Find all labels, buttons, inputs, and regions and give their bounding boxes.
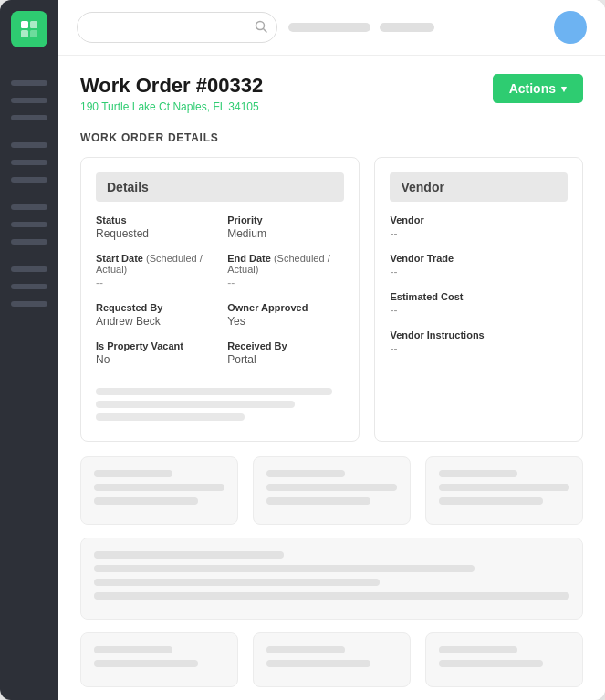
field-label-priority: Priority: [227, 214, 344, 225]
page-content: Work Order #00332 190 Turtle Lake Ct Nap…: [58, 56, 605, 700]
details-fields-grid: Status Requested Priority Medium Start D…: [96, 214, 344, 379]
field-label-owner-approved: Owner Approved: [227, 302, 344, 313]
field-vendor: Vendor --: [390, 214, 568, 240]
search-icon: [255, 20, 267, 36]
details-card: Details Status Requested Priority Medium: [80, 157, 360, 442]
field-label-vendor-instructions: Vendor Instructions: [390, 329, 568, 340]
cards-row: Details Status Requested Priority Medium: [80, 157, 583, 442]
sidebar-item[interactable]: [11, 222, 47, 227]
section-title: WORK ORDER DETAILS: [80, 131, 583, 144]
skel-line: [266, 646, 345, 653]
skel-line: [94, 646, 172, 653]
field-label-received-by: Received By: [227, 340, 344, 351]
field-value-priority: Medium: [227, 227, 344, 240]
page-subtitle: 190 Turtle Lake Ct Naples, FL 34105: [80, 100, 263, 113]
field-label-end-date: End Date (Scheduled / Actual): [227, 253, 344, 275]
bottom-card-6: [425, 632, 583, 687]
field-label-requested-by: Requested By: [96, 302, 213, 313]
bottom-card-1: [80, 456, 238, 525]
sidebar-item[interactable]: [11, 284, 47, 289]
field-value-owner-approved: Yes: [227, 315, 344, 328]
field-vendor-trade: Vendor Trade --: [390, 253, 568, 278]
topbar-pill-2: [380, 23, 434, 32]
sidebar-item[interactable]: [11, 204, 47, 210]
sidebar-item[interactable]: [11, 160, 47, 165]
field-value-vendor: --: [390, 227, 568, 240]
bottom-card-5: [253, 632, 411, 687]
skel-line: [439, 497, 543, 505]
skel-line: [439, 470, 517, 477]
field-label-start-date: Start Date (Scheduled / Actual): [96, 253, 213, 275]
skel-line: [439, 646, 517, 653]
field-value-vendor-instructions: --: [390, 342, 568, 355]
main-content: Work Order #00332 190 Turtle Lake Ct Nap…: [58, 0, 605, 700]
skel-line: [96, 401, 295, 408]
sidebar: [0, 0, 58, 700]
sidebar-nav-group-4: [0, 263, 58, 310]
svg-line-5: [264, 28, 267, 32]
skel-line: [94, 551, 284, 559]
svg-rect-2: [21, 30, 28, 37]
actions-label: Actions: [509, 81, 556, 96]
field-vendor-instructions: Vendor Instructions --: [390, 329, 568, 355]
sidebar-item[interactable]: [11, 98, 47, 103]
vendor-card: Vendor Vendor -- Vendor Trade -- Estimat…: [374, 157, 583, 442]
field-requested-by: Requested By Andrew Beck: [96, 302, 213, 328]
sidebar-item[interactable]: [11, 115, 47, 120]
sidebar-item[interactable]: [11, 177, 47, 183]
field-label-vendor-trade: Vendor Trade: [390, 253, 568, 264]
field-received-by: Received By Portal: [227, 340, 344, 366]
field-status: Status Requested: [96, 214, 213, 240]
skel-line: [96, 413, 245, 421]
sidebar-item[interactable]: [11, 301, 47, 307]
app-logo[interactable]: [11, 11, 47, 47]
skel-line: [96, 388, 332, 395]
page-header: Work Order #00332 190 Turtle Lake Ct Nap…: [80, 74, 583, 113]
field-label-is-property-vacant: Is Property Vacant: [96, 340, 213, 351]
svg-rect-1: [30, 21, 37, 28]
skel-line: [439, 484, 569, 491]
sidebar-item[interactable]: [11, 142, 47, 148]
field-label-vendor: Vendor: [390, 214, 568, 225]
field-value-status: Requested: [96, 227, 213, 240]
search-box[interactable]: [77, 12, 277, 43]
skel-line: [266, 660, 370, 667]
field-value-received-by: Portal: [227, 353, 344, 366]
bottom-card-wide: [80, 538, 583, 620]
bottom-section-1: [80, 456, 583, 525]
field-priority: Priority Medium: [227, 214, 344, 240]
page-title: Work Order #00332: [80, 74, 263, 98]
avatar[interactable]: [554, 11, 587, 44]
details-skeleton: [96, 388, 344, 421]
field-is-property-vacant: Is Property Vacant No: [96, 340, 213, 366]
top-bar-spacer: [288, 23, 543, 32]
vendor-card-header: Vendor: [390, 172, 568, 202]
field-owner-approved: Owner Approved Yes: [227, 302, 344, 328]
skel-line: [94, 497, 198, 505]
sidebar-nav-group-2: [0, 139, 58, 186]
field-value-start-date: --: [96, 277, 213, 289]
bottom-section-2: [80, 632, 583, 687]
field-start-date: Start Date (Scheduled / Actual) --: [96, 253, 213, 289]
chevron-down-icon: ▾: [561, 83, 567, 95]
top-bar: [58, 0, 605, 56]
svg-rect-3: [30, 30, 37, 37]
field-end-date: End Date (Scheduled / Actual) --: [227, 253, 344, 289]
sidebar-item[interactable]: [11, 266, 47, 272]
skel-line: [266, 470, 345, 477]
field-value-vendor-trade: --: [390, 266, 568, 278]
actions-button[interactable]: Actions ▾: [493, 74, 583, 103]
skel-line: [94, 484, 224, 491]
title-block: Work Order #00332 190 Turtle Lake Ct Nap…: [80, 74, 263, 113]
skel-line: [266, 497, 370, 505]
bottom-card-4: [80, 632, 238, 687]
field-label-status: Status: [96, 214, 213, 225]
sidebar-item[interactable]: [11, 80, 47, 86]
details-card-header: Details: [96, 172, 344, 202]
search-input[interactable]: [87, 21, 249, 35]
sidebar-item[interactable]: [11, 239, 47, 245]
skel-line: [94, 565, 475, 572]
field-label-estimated-cost: Estimated Cost: [390, 291, 568, 302]
skel-line: [94, 660, 198, 667]
skel-line: [266, 484, 397, 491]
